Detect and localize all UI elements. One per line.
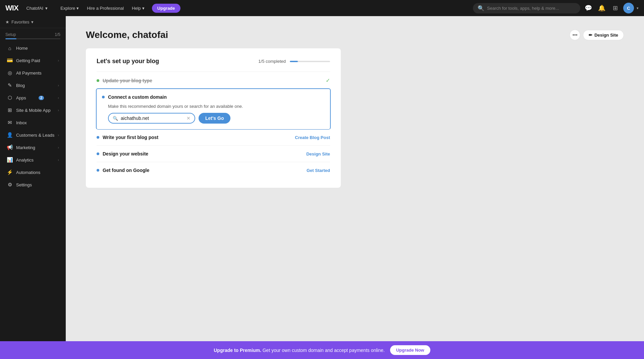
completed-dot bbox=[97, 79, 99, 82]
chevron-right-icon: › bbox=[58, 108, 59, 112]
apps-grid-icon[interactable]: ⊞ bbox=[610, 3, 621, 13]
sidebar-item-label: Blog bbox=[16, 83, 25, 88]
messages-icon[interactable]: 💬 bbox=[583, 3, 594, 13]
setup-progress-bar bbox=[5, 38, 60, 39]
favorites-button[interactable]: ★ Favorites ▾ bbox=[0, 16, 66, 28]
sidebar-item-home[interactable]: ⌂ Home bbox=[1, 42, 64, 54]
item-header: Write your first blog post Create Blog P… bbox=[97, 135, 330, 140]
sidebar-item-label: Analytics bbox=[16, 158, 34, 163]
progress-bar bbox=[290, 61, 330, 62]
sidebar-item-inbox[interactable]: ✉ Inbox bbox=[1, 117, 64, 129]
checklist-item-update-blog-type: Update your blog type ✓ bbox=[97, 72, 330, 89]
help-chevron-icon: ▾ bbox=[142, 6, 145, 11]
site-name-dropdown[interactable]: ChatofAI ▾ bbox=[24, 4, 51, 12]
progress-info: 1/5 completed bbox=[258, 59, 330, 64]
search-input[interactable] bbox=[487, 6, 576, 11]
sidebar-item-label: Settings bbox=[16, 182, 32, 187]
checklist-item-connect-domain: Connect a custom domain Make this recomm… bbox=[96, 88, 331, 130]
customers-icon: 👤 bbox=[7, 132, 13, 138]
sidebar-item-customers-leads[interactable]: 👤 Customers & Leads › bbox=[1, 129, 64, 141]
nav-help[interactable]: Help ▾ bbox=[128, 4, 148, 13]
clear-input-icon[interactable]: ✕ bbox=[186, 116, 191, 121]
notifications-icon[interactable]: 🔔 bbox=[596, 3, 607, 13]
checklist-item-design-website: Design your website Design Site bbox=[97, 145, 330, 162]
star-icon: ★ bbox=[5, 19, 9, 25]
chevron-right-icon: › bbox=[58, 145, 59, 149]
item-header: Connect a custom domain bbox=[102, 94, 325, 100]
lets-go-button[interactable]: Let's Go bbox=[199, 113, 230, 124]
setup-card: Let's set up your blog 1/5 completed Upd… bbox=[86, 48, 341, 188]
sidebar-item-label: Site & Mobile App bbox=[16, 108, 51, 113]
get-started-button[interactable]: Get Started bbox=[307, 168, 330, 173]
domain-body: Make this recommended domain yours or se… bbox=[102, 104, 325, 124]
sidebar-item-label: Automations bbox=[16, 170, 40, 175]
sidebar-item-analytics[interactable]: 📊 Analytics › bbox=[1, 154, 64, 166]
site-name-chevron-icon: ▾ bbox=[45, 6, 48, 11]
sidebar-item-all-payments[interactable]: ◎ All Payments bbox=[1, 67, 64, 79]
sidebar-item-blog[interactable]: ✎ Blog › bbox=[1, 79, 64, 91]
nav-explore[interactable]: Explore ▾ bbox=[57, 4, 82, 13]
create-blog-post-button[interactable]: Create Blog Post bbox=[295, 135, 330, 140]
chevron-right-icon: › bbox=[58, 58, 59, 62]
design-site-button[interactable]: Design Site bbox=[306, 151, 330, 156]
search-bar[interactable]: 🔍 bbox=[473, 3, 580, 13]
payment-icon: 💳 bbox=[7, 57, 13, 63]
card-header: Let's set up your blog 1/5 completed bbox=[97, 58, 330, 65]
sidebar-item-label: Inbox bbox=[16, 120, 27, 125]
check-icon: ✓ bbox=[326, 77, 330, 84]
domain-input-wrap: 🔍 ✕ bbox=[108, 113, 195, 124]
search-icon: 🔍 bbox=[113, 116, 118, 121]
chevron-right-icon: › bbox=[58, 133, 59, 137]
apps-badge: 2 bbox=[39, 96, 44, 100]
domain-search-input[interactable] bbox=[121, 116, 184, 121]
pencil-icon: ✏ bbox=[589, 33, 592, 38]
checklist-item-google: Get found on Google Get Started bbox=[97, 162, 330, 178]
sidebar-item-automations[interactable]: ⚡ Automations bbox=[1, 166, 64, 178]
home-icon: ⌂ bbox=[7, 45, 13, 51]
main-content: Welcome, chatofai ••• ✏ Design Site Let'… bbox=[66, 16, 644, 359]
site-icon: ⊞ bbox=[7, 107, 13, 113]
item-title: Get found on Google bbox=[103, 168, 303, 173]
upgrade-button[interactable]: Upgrade bbox=[152, 4, 180, 13]
nav-hire-professional[interactable]: Hire a Professional bbox=[84, 4, 127, 13]
sidebar-item-marketing[interactable]: 📢 Marketing › bbox=[1, 141, 64, 153]
settings-icon: ⚙ bbox=[7, 182, 13, 188]
item-dot bbox=[97, 169, 99, 172]
banner-text: Upgrade to Premium. Get your own custom … bbox=[214, 348, 385, 353]
item-header: Get found on Google Get Started bbox=[97, 168, 330, 173]
chevron-right-icon: › bbox=[58, 83, 59, 87]
item-dot bbox=[97, 152, 99, 155]
avatar[interactable]: C bbox=[623, 3, 634, 13]
upgrade-now-button[interactable]: Upgrade Now bbox=[390, 345, 430, 355]
sidebar-item-apps[interactable]: ⬡ Apps 2 › bbox=[1, 92, 64, 104]
active-dot bbox=[102, 96, 105, 98]
avatar-chevron-icon[interactable]: ▾ bbox=[637, 6, 639, 10]
payments-icon: ◎ bbox=[7, 70, 13, 76]
explore-chevron-icon: ▾ bbox=[76, 6, 79, 11]
automations-icon: ⚡ bbox=[7, 169, 13, 175]
chevron-right-icon: › bbox=[58, 96, 59, 100]
sidebar-item-settings[interactable]: ⚙ Settings bbox=[1, 179, 64, 191]
analytics-icon: 📊 bbox=[7, 157, 13, 163]
sidebar-item-site-mobile[interactable]: ⊞ Site & Mobile App › bbox=[1, 104, 64, 116]
domain-description: Make this recommended domain yours or se… bbox=[108, 104, 325, 109]
progress-fill bbox=[290, 61, 298, 62]
progress-text: 1/5 completed bbox=[258, 59, 286, 64]
inbox-icon: ✉ bbox=[7, 120, 13, 126]
item-title: Connect a custom domain bbox=[108, 94, 325, 100]
wix-logo: WIX bbox=[5, 4, 18, 12]
design-site-button[interactable]: ✏ Design Site bbox=[583, 30, 624, 40]
search-icon: 🔍 bbox=[478, 5, 484, 11]
sidebar-item-getting-paid[interactable]: 💳 Getting Paid › bbox=[1, 54, 64, 66]
card-title: Let's set up your blog bbox=[97, 58, 159, 65]
sidebar: ★ Favorites ▾ Setup 1/5 ⌂ Home 💳 Getting… bbox=[0, 16, 66, 359]
favorites-label: Favorites bbox=[11, 19, 29, 25]
more-options-button[interactable]: ••• bbox=[570, 30, 580, 40]
welcome-title: Welcome, chatofai bbox=[86, 30, 168, 40]
welcome-header: Welcome, chatofai ••• ✏ Design Site bbox=[86, 30, 624, 40]
domain-input-row: 🔍 ✕ Let's Go bbox=[108, 113, 325, 124]
item-header: Update your blog type ✓ bbox=[97, 77, 330, 84]
setup-progress-fill bbox=[5, 38, 16, 39]
blog-icon: ✎ bbox=[7, 82, 13, 88]
sidebar-item-label: Customers & Leads bbox=[16, 133, 54, 138]
